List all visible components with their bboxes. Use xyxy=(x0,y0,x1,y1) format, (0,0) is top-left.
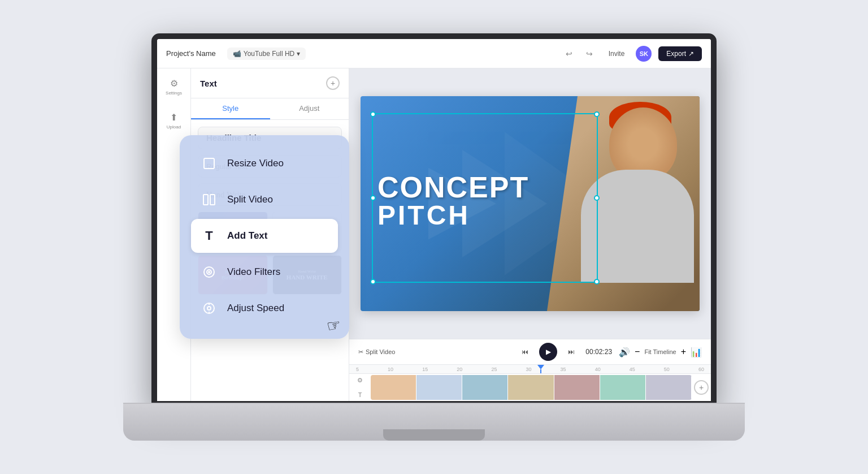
playhead[interactable] xyxy=(537,365,544,373)
format-selector[interactable]: 📹 YouTube Full HD ▾ xyxy=(227,48,306,60)
floating-menu: Resize Video Split Video T Add Text xyxy=(180,135,349,339)
resize-label: Resize Video xyxy=(227,158,284,169)
speed-icon xyxy=(200,299,218,317)
avatar: SK xyxy=(636,46,652,62)
track-thumb-3 xyxy=(462,375,508,400)
canvas-area: CONCEPT PITCH xyxy=(349,68,711,401)
split-label: Split Video xyxy=(366,348,395,355)
timeline-right-controls: 🔊 − Fit Timeline + 📊 xyxy=(619,347,702,357)
ruler-marks: 5 10 15 20 25 30 35 40 45 50 60 xyxy=(351,367,709,372)
person-body xyxy=(581,170,694,283)
waveform-icon[interactable]: 📊 xyxy=(691,347,702,357)
menu-item-filters[interactable]: Video Filters xyxy=(191,255,338,289)
menu-item-split[interactable]: Split Video xyxy=(191,183,338,217)
track-thumb-7 xyxy=(646,375,692,400)
menu-item-resize[interactable]: Resize Video xyxy=(191,146,338,180)
panel-title: Text xyxy=(200,79,217,88)
filters-label: Video Filters xyxy=(227,266,280,278)
video-icon: 📹 xyxy=(233,50,241,58)
time-display: 00:02:23 xyxy=(585,348,612,356)
tab-adjust[interactable]: Adjust xyxy=(270,98,349,119)
format-label: YouTube Full HD xyxy=(244,50,295,58)
playhead-line xyxy=(540,369,541,373)
speed-label: Adjust Speed xyxy=(227,303,284,314)
track-add-button[interactable]: + xyxy=(694,380,709,395)
export-button[interactable]: Export ↗ xyxy=(658,46,702,61)
panel-header: Text + xyxy=(191,68,349,98)
chevron-down-icon: ▾ xyxy=(297,50,300,58)
fit-timeline-label[interactable]: Fit Timeline xyxy=(644,348,676,355)
video-canvas[interactable]: CONCEPT PITCH xyxy=(361,96,700,311)
svg-point-8 xyxy=(209,272,210,273)
settings-label: Settings xyxy=(166,91,182,96)
minus-btn[interactable]: − xyxy=(635,347,640,357)
split-icon xyxy=(200,191,218,209)
undo-button[interactable]: ↩ xyxy=(561,46,577,62)
volume-icon[interactable]: 🔊 xyxy=(619,347,630,357)
filters-icon xyxy=(200,263,218,281)
invite-button[interactable]: Invite xyxy=(604,50,630,58)
track-settings-button[interactable]: ⚙ xyxy=(354,374,366,386)
skip-forward-button[interactable]: ⏭ xyxy=(564,344,579,359)
track-side-buttons: ⚙ T xyxy=(351,374,368,401)
upload-label: Upload xyxy=(167,124,181,130)
sidebar-item-upload[interactable]: ⬆ Upload xyxy=(163,109,185,132)
track-thumb-2 xyxy=(416,375,462,400)
timeline-tracks: ⚙ T + xyxy=(349,374,711,401)
track-thumb-6 xyxy=(600,375,646,400)
track-thumb-4 xyxy=(508,375,554,400)
split-menu-label: Split Video xyxy=(227,194,273,205)
project-name[interactable]: Project's Name xyxy=(166,49,216,58)
track-thumbnails[interactable] xyxy=(371,375,692,400)
svg-rect-3 xyxy=(204,158,214,169)
panel-tabs: Style Adjust xyxy=(191,98,349,120)
video-background: CONCEPT PITCH xyxy=(361,96,700,311)
split-video-button[interactable]: ✂ Split Video xyxy=(358,348,395,356)
track-text-button[interactable]: T xyxy=(354,389,366,401)
video-line2: PITCH xyxy=(377,202,529,229)
upload-icon: ⬆ xyxy=(170,112,177,123)
sidebar-item-settings[interactable]: ⚙ Settings xyxy=(163,75,185,98)
svg-rect-4 xyxy=(203,195,208,205)
settings-icon: ⚙ xyxy=(170,78,178,89)
add-text-label: Add Text xyxy=(227,230,267,242)
menu-item-speed[interactable]: Adjust Speed xyxy=(191,291,338,325)
timeline: ✂ Split Video ⏮ ▶ ⏭ 00:02:23 🔊 − F xyxy=(349,339,711,401)
skip-back-button[interactable]: ⏮ xyxy=(518,344,532,359)
export-label: Export xyxy=(666,50,686,58)
canvas-viewport[interactable]: CONCEPT PITCH xyxy=(349,68,711,339)
track-thumb-5 xyxy=(554,375,600,400)
plus-btn[interactable]: + xyxy=(681,347,686,357)
tab-style[interactable]: Style xyxy=(191,98,270,119)
svg-rect-5 xyxy=(210,195,215,205)
undo-redo-controls: ↩ ↪ xyxy=(561,46,597,62)
app-header: Project's Name 📹 YouTube Full HD ▾ ↩ ↪ I… xyxy=(157,39,711,68)
playhead-arrow xyxy=(537,365,544,369)
add-text-icon: T xyxy=(200,227,218,245)
redo-button[interactable]: ↪ xyxy=(581,46,597,62)
play-button[interactable]: ▶ xyxy=(539,343,557,361)
video-line1: CONCEPT xyxy=(377,173,529,202)
timeline-ruler: 5 10 15 20 25 30 35 40 45 50 60 xyxy=(349,365,711,374)
export-icon: ↗ xyxy=(688,50,694,58)
timeline-controls: ✂ Split Video ⏮ ▶ ⏭ 00:02:23 🔊 − F xyxy=(349,339,711,365)
resize-icon xyxy=(200,154,218,173)
panel-add-button[interactable]: + xyxy=(326,76,340,90)
svg-point-10 xyxy=(207,307,211,310)
menu-item-add-text[interactable]: T Add Text xyxy=(191,219,338,253)
scissors-icon: ✂ xyxy=(358,348,363,356)
track-thumb-1 xyxy=(371,375,416,400)
video-text-overlay: CONCEPT PITCH xyxy=(377,173,529,229)
